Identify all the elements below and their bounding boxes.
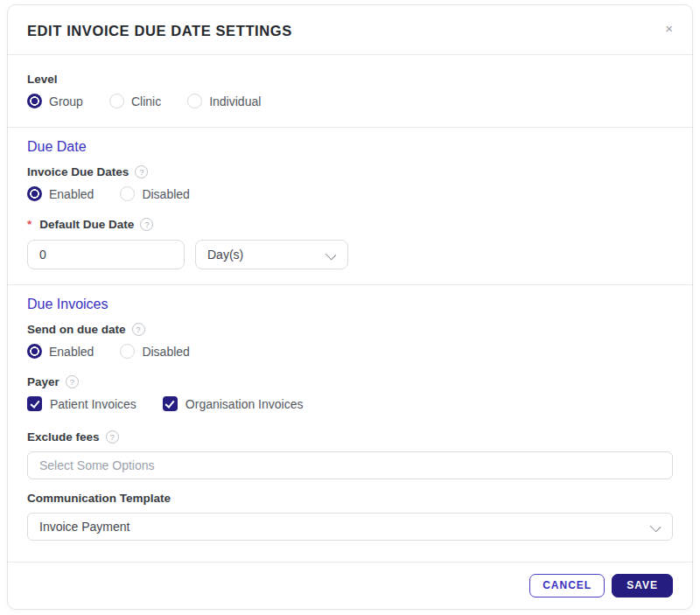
dialog-title: EDIT INVOICE DUE DATE SETTINGS: [27, 23, 671, 39]
default-due-date-label-text: Default Due Date: [39, 218, 134, 231]
default-due-date-value-input[interactable]: [27, 240, 185, 269]
close-icon[interactable]: ×: [665, 23, 673, 35]
communication-template-value: Invoice Payment: [39, 520, 130, 534]
payer-label: Payer ?: [27, 375, 673, 388]
radio-unselected-icon: [187, 94, 202, 108]
payer-label-text: Payer: [27, 375, 60, 388]
radio-unselected-icon: [120, 344, 135, 359]
checkbox-label: Patient Invoices: [50, 397, 136, 411]
checkbox-organisation-invoices[interactable]: Organisation Invoices: [163, 396, 304, 411]
radio-selected-icon: [27, 186, 42, 201]
due-invoices-heading: Due Invoices: [27, 297, 673, 312]
chevron-down-icon: [326, 248, 336, 257]
radio-invoice-due-dates-disabled[interactable]: Disabled: [120, 186, 189, 201]
communication-template-label-text: Communication Template: [27, 492, 171, 505]
default-due-date-label: * Default Due Date ?: [27, 218, 673, 231]
level-label: Level: [27, 73, 673, 86]
help-icon[interactable]: ?: [106, 430, 119, 444]
level-radio-group: Group Clinic Individual: [27, 94, 673, 108]
radio-label: Group: [49, 94, 83, 108]
radio-label: Clinic: [131, 94, 161, 108]
radio-invoice-due-dates-enabled[interactable]: Enabled: [27, 186, 94, 201]
save-button[interactable]: SAVE: [612, 574, 673, 598]
radio-selected-icon: [27, 344, 42, 359]
checkbox-patient-invoices[interactable]: Patient Invoices: [27, 396, 136, 411]
cancel-button[interactable]: CANCEL: [529, 574, 605, 598]
exclude-fees-label: Exclude fees ?: [27, 430, 673, 444]
help-icon[interactable]: ?: [132, 323, 145, 336]
invoice-due-dates-label-text: Invoice Due Dates: [27, 165, 129, 178]
level-section: Level Group Clinic Individual: [8, 55, 692, 128]
help-icon[interactable]: ?: [140, 218, 153, 231]
send-on-due-date-label: Send on due date ?: [27, 323, 673, 336]
radio-group[interactable]: Group: [27, 94, 83, 108]
dialog-footer: CANCEL SAVE: [8, 562, 692, 609]
radio-individual[interactable]: Individual: [187, 94, 261, 108]
radio-send-enabled[interactable]: Enabled: [27, 344, 94, 359]
send-on-due-date-radio-group: Enabled Disabled: [27, 344, 673, 359]
default-due-date-fields: Day(s): [27, 240, 673, 269]
due-invoices-section: Due Invoices Send on due date ? Enabled …: [8, 285, 692, 558]
radio-send-disabled[interactable]: Disabled: [120, 344, 189, 359]
required-asterisk: *: [27, 218, 32, 231]
due-date-unit-value: Day(s): [207, 248, 243, 262]
radio-label: Disabled: [142, 345, 189, 359]
radio-label: Disabled: [142, 187, 189, 201]
due-date-unit-select[interactable]: Day(s): [195, 240, 348, 269]
checkbox-checked-icon: [27, 396, 42, 411]
radio-clinic[interactable]: Clinic: [109, 94, 161, 108]
radio-selected-icon: [27, 94, 42, 108]
communication-template-select[interactable]: Invoice Payment: [27, 513, 673, 541]
radio-unselected-icon: [120, 186, 135, 201]
payer-checkbox-group: Patient Invoices Organisation Invoices: [27, 396, 673, 411]
invoice-due-dates-radio-group: Enabled Disabled: [27, 186, 673, 201]
help-icon[interactable]: ?: [66, 375, 79, 388]
chevron-down-icon: [651, 520, 661, 529]
dialog-header: EDIT INVOICE DUE DATE SETTINGS ×: [8, 5, 692, 55]
edit-invoice-due-date-settings-dialog: EDIT INVOICE DUE DATE SETTINGS × Level G…: [7, 4, 693, 610]
due-date-heading: Due Date: [27, 139, 673, 155]
checkbox-checked-icon: [163, 396, 178, 411]
exclude-fees-label-text: Exclude fees: [27, 430, 100, 444]
radio-label: Individual: [209, 94, 261, 108]
due-date-section: Due Date Invoice Due Dates ? Enabled Dis…: [8, 128, 692, 285]
send-on-due-date-label-text: Send on due date: [27, 323, 126, 336]
radio-unselected-icon: [109, 94, 124, 108]
help-icon[interactable]: ?: [135, 165, 148, 178]
radio-label: Enabled: [49, 345, 94, 359]
invoice-due-dates-label: Invoice Due Dates ?: [27, 165, 673, 178]
checkbox-label: Organisation Invoices: [186, 397, 304, 411]
communication-template-label: Communication Template: [27, 492, 673, 505]
radio-label: Enabled: [49, 187, 94, 201]
exclude-fees-input[interactable]: [27, 451, 673, 479]
